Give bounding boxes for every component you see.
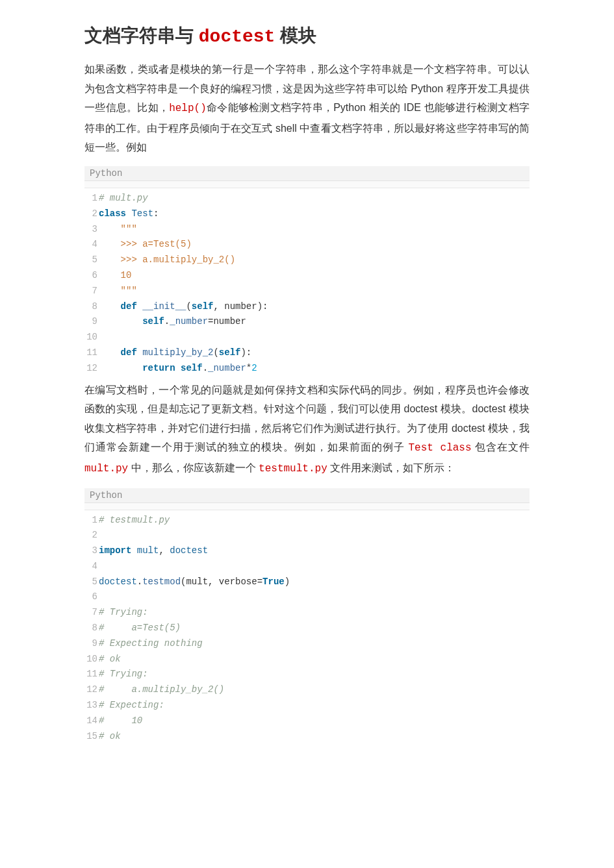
code-line: 4 >>> a=Test(5)	[84, 237, 530, 253]
line-number: 11	[84, 667, 99, 682]
mid-text-c: 中，那么，你应该新建一个	[128, 462, 259, 473]
line-content: >>> a.multiply_by_2()	[99, 253, 530, 268]
code-line: 5doctest.testmod(mult, verbose=True)	[84, 575, 530, 590]
code-block-2: Python 1# testmult.py23import mult, doct…	[84, 488, 530, 747]
code-line: 12# a.multiply_by_2()	[84, 682, 530, 698]
line-content: def multiply_by_2(self):	[99, 345, 530, 361]
test-class-code: Test class	[409, 442, 472, 454]
line-number: 7	[84, 284, 99, 299]
code-block-1: Python 1# mult.py2class Test:3 """4 >>> …	[84, 166, 530, 379]
line-number: 5	[84, 575, 99, 590]
code-language-label: Python	[84, 166, 530, 181]
code-line: 3import mult, doctest	[84, 543, 530, 559]
line-content: class Test:	[99, 206, 530, 222]
line-number: 15	[84, 729, 99, 745]
code-line: 1# testmult.py	[84, 513, 530, 528]
line-number: 14	[84, 713, 99, 729]
line-number: 1	[84, 513, 99, 528]
line-content: >>> a=Test(5)	[99, 237, 530, 253]
code-line: 15# ok	[84, 729, 530, 745]
line-content: # a=Test(5)	[99, 621, 530, 636]
line-content: # a.multiply_by_2()	[99, 682, 530, 698]
line-number: 2	[84, 206, 99, 222]
line-number: 9	[84, 636, 99, 652]
mid-paragraph: 在编写文档时，一个常见的问题就是如何保持文档和实际代码的同步。例如，程序员也许会…	[84, 380, 530, 479]
code-body: 1# testmult.py23import mult, doctest45do…	[84, 510, 530, 747]
mult-py-code: mult.py	[84, 463, 128, 475]
code-line: 11# Trying:	[84, 667, 530, 682]
line-content: # ok	[99, 652, 530, 667]
line-number: 7	[84, 605, 99, 621]
line-number: 8	[84, 621, 99, 636]
line-number: 10	[84, 652, 99, 667]
line-number: 12	[84, 682, 99, 698]
line-number: 13	[84, 698, 99, 713]
line-content: def __init__(self, number):	[99, 299, 530, 315]
line-number: 3	[84, 543, 99, 559]
code-line: 2class Test:	[84, 206, 530, 222]
line-number: 10	[84, 330, 99, 345]
line-content: import mult, doctest	[99, 543, 530, 559]
code-line: 5 >>> a.multiply_by_2()	[84, 253, 530, 268]
code-line: 12 return self._number*2	[84, 361, 530, 377]
title-code: doctest	[199, 27, 275, 47]
code-line: 8 def __init__(self, number):	[84, 299, 530, 315]
code-line: 7 """	[84, 284, 530, 299]
line-content: # Trying:	[99, 667, 530, 682]
line-content: # Expecting nothing	[99, 636, 530, 652]
line-content: """	[99, 222, 530, 238]
code-line: 3 """	[84, 222, 530, 238]
line-number: 12	[84, 361, 99, 377]
line-number: 9	[84, 314, 99, 330]
title-post: 模块	[275, 25, 316, 45]
code-line: 7# Trying:	[84, 605, 530, 621]
line-content: # ok	[99, 729, 530, 745]
code-line: 11 def multiply_by_2(self):	[84, 345, 530, 361]
help-code: help()	[169, 103, 207, 114]
line-number: 2	[84, 528, 99, 543]
code-line: 1# mult.py	[84, 191, 530, 206]
line-content: 10	[99, 268, 530, 284]
code-separator	[84, 181, 530, 188]
line-content: # 10	[99, 713, 530, 729]
line-number: 3	[84, 222, 99, 238]
line-number: 6	[84, 268, 99, 284]
title-pre: 文档字符串与	[84, 25, 199, 45]
code-line: 9# Expecting nothing	[84, 636, 530, 652]
mid-text-d: 文件用来测试，如下所示：	[327, 462, 455, 473]
code-line: 8# a=Test(5)	[84, 621, 530, 636]
code-line: 10# ok	[84, 652, 530, 667]
page-title: 文档字符串与 doctest 模块	[84, 23, 530, 48]
intro-paragraph: 如果函数，类或者是模块的第一行是一个字符串，那么这个字符串就是一个文档字符串。可…	[84, 60, 530, 157]
code-line: 14# 10	[84, 713, 530, 729]
line-content: # Expecting:	[99, 698, 530, 713]
line-content: return self._number*2	[99, 361, 530, 377]
code-line: 6 10	[84, 268, 530, 284]
line-content: """	[99, 284, 530, 299]
line-number: 4	[84, 559, 99, 575]
code-line: 9 self._number=number	[84, 314, 530, 330]
testmult-py-code: testmult.py	[259, 463, 327, 475]
line-content: # Trying:	[99, 605, 530, 621]
line-number: 6	[84, 589, 99, 605]
line-content: # mult.py	[99, 191, 530, 206]
line-number: 8	[84, 299, 99, 315]
code-line: 13# Expecting:	[84, 698, 530, 713]
code-line: 10	[84, 330, 530, 345]
line-content: doctest.testmod(mult, verbose=True)	[99, 575, 530, 590]
code-separator	[84, 503, 530, 510]
code-language-label: Python	[84, 488, 530, 503]
document-page: 文档字符串与 doctest 模块 如果函数，类或者是模块的第一行是一个字符串，…	[0, 0, 614, 868]
line-content: # testmult.py	[99, 513, 530, 528]
line-number: 1	[84, 191, 99, 206]
line-content: self._number=number	[99, 314, 530, 330]
code-line: 6	[84, 589, 530, 605]
line-number: 5	[84, 253, 99, 268]
code-line: 4	[84, 559, 530, 575]
code-body: 1# mult.py2class Test:3 """4 >>> a=Test(…	[84, 188, 530, 379]
code-line: 2	[84, 528, 530, 543]
line-number: 4	[84, 237, 99, 253]
line-number: 11	[84, 345, 99, 361]
mid-text-b: 包含在文件	[472, 441, 530, 453]
